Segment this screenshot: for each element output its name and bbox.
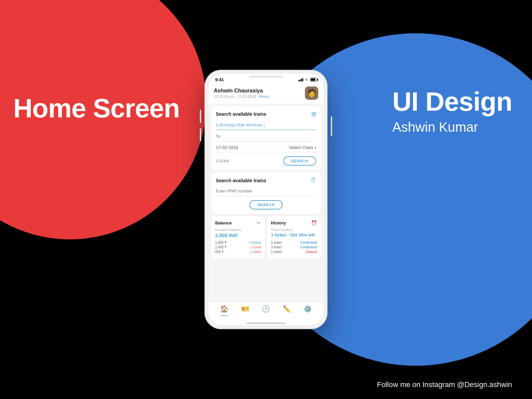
balance-row-3: 650 ₹ ↘ Used xyxy=(215,250,261,254)
balance-value: 2,500 INR xyxy=(215,232,261,238)
user-header: Ashwin Chaurasiya 12:20:43 pm , 11-02-20… xyxy=(208,84,324,104)
from-input[interactable] xyxy=(216,122,316,127)
home-bar xyxy=(246,323,286,324)
to-field[interactable] xyxy=(216,133,316,142)
nav-home[interactable]: 🏠 Home xyxy=(220,305,228,317)
phone-screen: 9:41 ∿ Ashwin Chaurasi xyxy=(208,74,324,325)
history-item-1: 1 ticket Confirmed xyxy=(271,241,317,244)
status-time: 9:41 xyxy=(215,77,224,82)
notch-bar xyxy=(249,76,283,77)
ticket-label-1: 1 ticket xyxy=(271,241,282,244)
pnr-card: Search available trains ⏱ SEARCH xyxy=(211,172,321,214)
pnr-field[interactable] xyxy=(216,188,316,196)
avatar[interactable]: 🧑 xyxy=(305,86,318,100)
balance-row-2: 2,450 ₹ ↘ Used xyxy=(215,245,261,249)
signal-icon xyxy=(298,78,303,81)
edit-nav-icon: ✏️ xyxy=(283,305,291,313)
bottom-nav: 🏠 Home 🎫 🕐 ✏️ ⚙️ xyxy=(208,302,324,321)
ticket-label-2: 3 ticket xyxy=(271,245,282,249)
home-screen-label: Home Screen xyxy=(13,93,180,124)
date-class-row: 17-02-2019 Select Class ▾ xyxy=(216,145,316,152)
from-field[interactable] xyxy=(216,122,316,130)
settings-icon: ⚙️ xyxy=(304,305,312,313)
header-history-link[interactable]: History xyxy=(258,94,270,98)
used-tag-2: ↘ Used xyxy=(250,245,261,249)
home-indicator xyxy=(208,321,324,325)
date-field[interactable]: 17-02-2019 xyxy=(216,145,238,150)
bottom-cards: Balence ✏ Available balence 2,500 INR 1,… xyxy=(211,216,321,259)
history-item-2: 3 ticket Confirmed xyxy=(271,245,317,249)
volume-up-button xyxy=(200,110,201,123)
balance-card-header: Balence ✏ xyxy=(215,220,261,225)
balance-title: Balence xyxy=(215,220,232,225)
history-clock-icon: ⏰ xyxy=(311,220,317,225)
edit-icon: ✏ xyxy=(257,220,261,225)
search-button-row: CLEAR SEARCH xyxy=(216,156,316,166)
nav-tickets[interactable]: 🎫 xyxy=(241,305,249,313)
user-name: Ashwin Chaurasiya xyxy=(214,88,270,94)
nav-settings[interactable]: ⚙️ xyxy=(304,305,312,313)
status-bar: 9:41 ∿ xyxy=(208,74,324,84)
pnr-card-header: Search available trains ⏱ xyxy=(216,177,316,184)
search-button[interactable]: SEARCH xyxy=(283,156,316,166)
added-tag-1: ↗ Added xyxy=(248,241,261,244)
balance-amount-1: 1,000 ₹ xyxy=(215,241,226,244)
history-card-header: History ⏰ xyxy=(271,220,317,225)
nav-history[interactable]: 🕐 xyxy=(262,305,270,313)
status-icons: ∿ xyxy=(298,77,317,82)
class-select[interactable]: Select Class ▾ xyxy=(289,145,316,150)
status-3: Cancel xyxy=(306,250,317,254)
clock-nav-icon: 🕐 xyxy=(262,305,270,313)
to-input[interactable] xyxy=(216,134,316,139)
timer-icon: ⏱ xyxy=(310,177,316,184)
battery-icon xyxy=(310,78,317,81)
phone-device: 9:41 ∿ Ashwin Chaurasi xyxy=(204,70,328,329)
pnr-search-row: SEARCH xyxy=(216,200,316,209)
status-2: Confirmed xyxy=(300,245,317,249)
nav-edit[interactable]: ✏️ xyxy=(283,305,291,313)
wifi-icon: ∿ xyxy=(305,77,308,82)
history-item-3: 1 ticket Cancel xyxy=(271,250,317,254)
balance-card: Balence ✏ Available balence 2,500 INR 1,… xyxy=(211,216,265,259)
search-train-title: Search available trains xyxy=(216,111,266,117)
balance-amount-2: 2,450 ₹ xyxy=(215,245,226,249)
clear-button[interactable]: CLEAR xyxy=(216,159,229,163)
balance-amount-3: 650 ₹ xyxy=(215,250,223,254)
pnr-search-button[interactable]: SEARCH xyxy=(249,200,282,209)
available-label: Available balence xyxy=(215,228,261,232)
volume-down-button xyxy=(200,128,201,141)
pnr-input[interactable] xyxy=(216,189,316,194)
phone-wrapper: 9:41 ∿ Ashwin Chaurasi xyxy=(204,70,328,329)
ui-design-section: UI Design Ashwin Kumar xyxy=(392,86,512,135)
user-info: Ashwin Chaurasiya 12:20:43 pm , 11-02-20… xyxy=(214,88,270,98)
ui-design-title: UI Design xyxy=(392,86,512,117)
user-meta: 12:20:43 pm , 11-02-2019 History xyxy=(214,94,270,98)
follow-text: Follow me on Instagram @Design.ashwin xyxy=(377,380,512,389)
nav-home-label: Home xyxy=(220,314,228,317)
balance-row-1: 1,000 ₹ ↗ Added xyxy=(215,241,261,244)
power-button xyxy=(331,116,332,136)
search-train-card: Search available trains ⊞ 17-02-2019 Sel… xyxy=(211,106,321,170)
class-label: Select Class xyxy=(289,145,313,150)
history-booked: 1 ticket - 15d 30m left xyxy=(271,232,317,238)
status-1: Confirmed xyxy=(300,241,317,244)
train-icon: ⊞ xyxy=(311,110,316,118)
user-datetime: 12:20:43 pm , 11-02-2019 xyxy=(214,94,256,98)
pnr-card-title: Search available trains xyxy=(216,178,266,183)
tickets-icon: 🎫 xyxy=(241,305,249,313)
history-title: History xyxy=(271,220,286,225)
history-card: History ⏰ Ticked booked 1 ticket - 15d 3… xyxy=(267,216,321,259)
ui-design-subtitle: Ashwin Kumar xyxy=(392,120,512,135)
home-icon: 🏠 xyxy=(220,305,228,313)
ticket-label-3: 1 ticket xyxy=(271,250,282,254)
history-subtitle: Ticked booked xyxy=(271,228,317,232)
used-tag-3: ↘ Used xyxy=(250,250,261,254)
chevron-down-icon: ▾ xyxy=(315,146,316,149)
search-train-card-header: Search available trains ⊞ xyxy=(216,110,316,118)
scroll-content: Search available trains ⊞ 17-02-2019 Sel… xyxy=(208,104,324,302)
